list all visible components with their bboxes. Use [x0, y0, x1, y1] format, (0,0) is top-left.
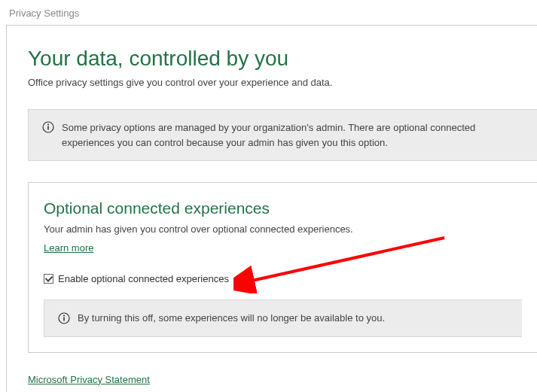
section-heading: Optional connected experiences	[44, 199, 522, 217]
svg-point-1	[47, 124, 49, 126]
admin-notice-text: Some privacy options are managed by your…	[62, 120, 523, 150]
off-notice-text: By turning this off, some experiences wi…	[78, 311, 385, 326]
content-panel: Your data, controlled by you Office priv…	[6, 25, 537, 392]
section-description: Your admin has given you control over op…	[44, 223, 522, 235]
optional-experiences-section: Optional connected experiences Your admi…	[28, 182, 537, 353]
info-icon	[42, 121, 54, 133]
privacy-statement-link[interactable]: Microsoft Privacy Statement	[28, 374, 150, 385]
page-heading: Your data, controlled by you	[28, 47, 537, 71]
svg-point-4	[63, 315, 65, 317]
off-notice-bar: By turning this off, some experiences wi…	[44, 299, 522, 337]
svg-rect-2	[47, 126, 49, 130]
enable-optional-checkbox-label[interactable]: Enable optional connected experiences	[58, 273, 229, 284]
page-subtitle: Office privacy settings give you control…	[28, 77, 537, 88]
admin-notice-bar: Some privacy options are managed by your…	[28, 109, 537, 161]
learn-more-link[interactable]: Learn more	[44, 242, 93, 254]
window-title: Privacy Settings	[0, 0, 537, 25]
svg-rect-5	[63, 318, 65, 321]
info-icon	[58, 312, 70, 324]
window-title-text: Privacy Settings	[9, 8, 79, 19]
enable-optional-checkbox-row[interactable]: Enable optional connected experiences	[44, 273, 522, 284]
enable-optional-checkbox[interactable]	[44, 274, 53, 284]
